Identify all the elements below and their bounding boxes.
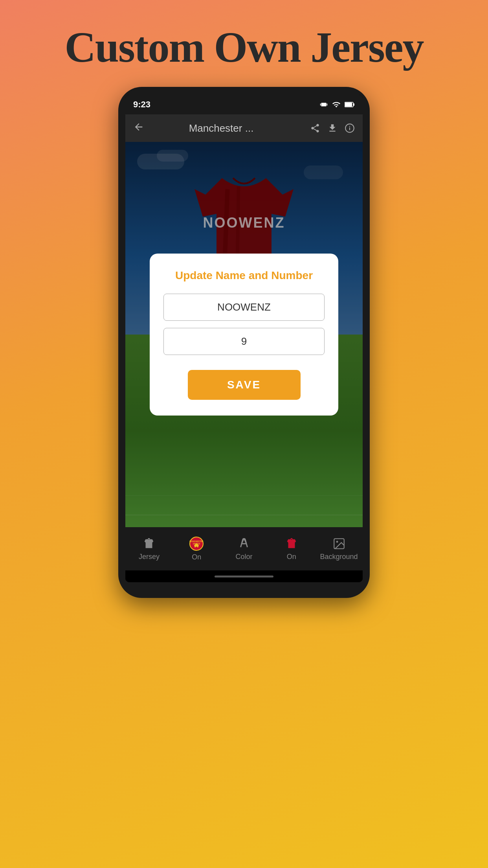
mu-badge-nav-icon: MANCHESTER UNITED: [189, 537, 204, 551]
background-nav-label: Background: [320, 553, 358, 561]
phone-wrapper: 9:23: [118, 87, 370, 598]
info-icon[interactable]: [345, 123, 355, 133]
svg-rect-5: [353, 103, 354, 106]
download-icon[interactable]: [327, 123, 338, 133]
bottom-nav: Jersey MANCHESTER UNITED On Color: [125, 527, 363, 570]
status-time: 9:23: [133, 99, 150, 110]
bottom-nav-item-jersey[interactable]: Jersey: [125, 527, 173, 570]
name-input[interactable]: [163, 294, 325, 321]
svg-point-19: [336, 541, 338, 542]
svg-rect-0: [321, 103, 327, 106]
save-button[interactable]: SAVE: [188, 370, 301, 400]
jersey-small-nav-icon: [285, 537, 298, 550]
svg-rect-4: [345, 103, 352, 107]
dialog-box: Update Name and Number SAVE: [150, 254, 338, 416]
svg-rect-2: [327, 103, 327, 106]
jersey-nav-icon: [142, 537, 156, 550]
bottom-nav-item-on1[interactable]: MANCHESTER UNITED On: [173, 527, 220, 570]
jersey-bg: NOOWENZ Update Name and Number SAVE: [125, 142, 363, 527]
main-content: NOOWENZ Update Name and Number SAVE: [125, 142, 363, 527]
battery-icon: [345, 100, 355, 109]
back-button[interactable]: [133, 121, 144, 135]
jersey-nav-label: Jersey: [139, 553, 160, 561]
svg-rect-1: [320, 103, 321, 106]
nav-bar: Manchester ...: [125, 114, 363, 142]
share-icon[interactable]: [310, 123, 320, 133]
bottom-nav-item-background[interactable]: Background: [315, 527, 363, 570]
on2-nav-label: On: [287, 553, 296, 561]
app-title: Custom Own Jersey: [64, 24, 423, 71]
number-input[interactable]: [163, 328, 325, 355]
bottom-nav-item-on2[interactable]: On: [268, 527, 315, 570]
background-nav-icon: [332, 537, 346, 550]
on1-nav-label: On: [192, 553, 201, 561]
wifi-icon: [332, 100, 341, 109]
color-nav-label: Color: [235, 553, 252, 561]
home-indicator: [125, 570, 363, 582]
nav-icons: [310, 123, 355, 133]
status-icons: [319, 100, 355, 109]
vibrate-icon: [319, 100, 328, 109]
color-nav-icon: [237, 537, 251, 550]
home-bar: [215, 576, 273, 577]
phone-screen: 9:23: [125, 95, 363, 582]
dialog-overlay: Update Name and Number SAVE: [125, 142, 363, 527]
bottom-nav-item-color[interactable]: Color: [220, 527, 268, 570]
status-bar: 9:23: [125, 95, 363, 114]
nav-title: Manchester ...: [150, 122, 292, 134]
dialog-title: Update Name and Number: [163, 269, 325, 282]
